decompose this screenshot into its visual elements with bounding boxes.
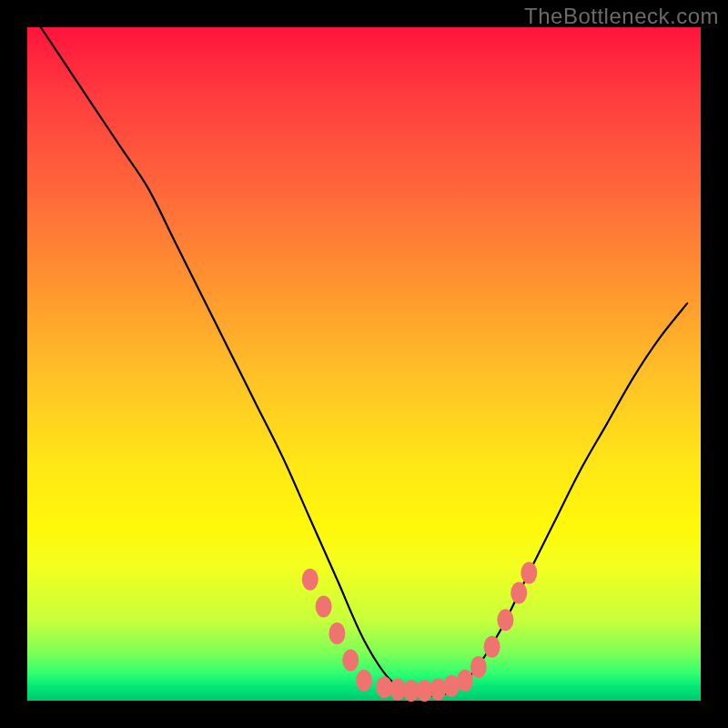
left-arm-dot-5 [356, 670, 372, 692]
bottleneck-curve [41, 27, 687, 696]
watermark-text: TheBottleneck.com [524, 4, 719, 29]
floor-dot-7 [457, 670, 473, 692]
right-arm-dot-2 [484, 636, 500, 658]
right-arm-dot-4 [511, 582, 527, 604]
right-arm-dot-1 [470, 656, 487, 678]
right-arm-dot-3 [497, 609, 513, 631]
left-arm-dot-3 [329, 622, 345, 644]
chart-frame: TheBottleneck.com [0, 0, 728, 728]
right-arm-dot-5 [521, 561, 537, 583]
marker-dots-group [302, 561, 538, 702]
left-arm-dot-1 [302, 569, 318, 591]
chart-overlay-svg [27, 27, 701, 701]
left-arm-dot-4 [342, 650, 359, 672]
left-arm-dot-2 [316, 595, 332, 617]
